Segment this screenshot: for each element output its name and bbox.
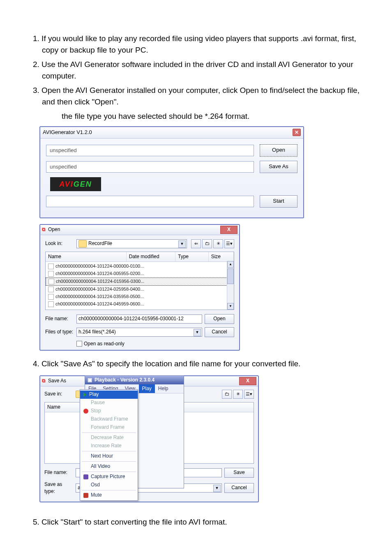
spk-icon <box>83 493 88 498</box>
chevron-down-icon[interactable]: ▼ <box>213 485 221 492</box>
list-item-label: ch00000000000004-101224-000000-0100... <box>55 263 144 270</box>
menu-item-backward-frame: Backward Frame <box>80 415 138 423</box>
open-file-dialog: ⧉ Open X Look in: RecordFile ▼ ⇐ 🗀 ✳ ☰▾ <box>39 224 240 351</box>
open-button-label: Open <box>213 315 225 322</box>
cancel-button-label: Cancel <box>231 484 247 491</box>
blank-icon <box>83 454 88 459</box>
scroll-up-icon[interactable]: ▲ <box>227 261 234 268</box>
start-button-label: Start <box>273 197 284 205</box>
blank-icon <box>83 464 88 469</box>
menu-item-increase-rate: Increase Rate <box>80 442 138 450</box>
avi-gen-logo: AVI GEN <box>50 177 101 191</box>
list-item[interactable]: ch00000000000004-101224-045959-0600... <box>46 301 234 308</box>
logo-avi-text: AVI <box>59 179 74 190</box>
menu-item-label: Increase Rate <box>91 442 122 449</box>
menu-item-mute[interactable]: Mute <box>80 491 138 500</box>
list-item[interactable]: ch00000000000004-101224-000000-0100... <box>46 263 234 270</box>
menu-separator <box>82 461 136 462</box>
list-item-label: ch00000000000004-101224-005955-0200... <box>55 271 144 277</box>
list-item-label: ch00000000000004-101224-015956-0300... <box>56 278 144 285</box>
instruction-3-sub: the file type you have selected should b… <box>25 111 367 122</box>
up-folder-icon[interactable]: 🗀 <box>222 390 232 399</box>
avigenerator-title: AVIGenerator V1.2.0 <box>43 129 92 136</box>
save-button[interactable]: Save <box>224 468 254 478</box>
save-in-label: Save in: <box>44 391 73 398</box>
red-icon <box>83 409 88 414</box>
open-button[interactable]: Open <box>205 314 234 324</box>
instruction-5: 5. Click "Start" to start converting the… <box>33 516 367 528</box>
target-path-field[interactable]: unspecified <box>46 161 254 173</box>
instruction-1: 1. If you would like to play any recorde… <box>25 33 367 56</box>
close-icon[interactable]: ✕ <box>293 129 301 136</box>
menu-item-osd[interactable]: Osd <box>80 481 138 489</box>
menu-item-label: All Video <box>91 463 110 470</box>
look-in-label: Look in: <box>45 240 74 247</box>
blank-icon <box>83 417 88 422</box>
list-item[interactable]: ch00000000000004-101224-005955-0200... <box>46 270 234 278</box>
avigenerator-titlebar: AVIGenerator V1.2.0 ✕ <box>40 127 303 139</box>
cancel-button-label: Cancel <box>212 328 227 335</box>
look-in-value: RecordFile <box>88 240 112 247</box>
new-folder-icon[interactable]: ✳ <box>213 239 223 248</box>
cancel-button[interactable]: Cancel <box>205 327 234 337</box>
avigenerator-window: AVIGenerator V1.2.0 ✕ unspecified Open u… <box>39 126 304 218</box>
scrollbar-thumb[interactable] <box>227 268 234 284</box>
menu-item-capture-picture[interactable]: Capture Picture <box>80 473 138 481</box>
menu-separator <box>82 490 136 490</box>
file-name-input[interactable]: ch00000000000004-101224-015956-030001-12 <box>76 314 202 324</box>
file-list[interactable]: Name Date modified Type Size ch000000000… <box>45 252 234 310</box>
play-icon <box>83 393 87 397</box>
menu-item-label: Play <box>89 391 99 398</box>
readonly-checkbox[interactable] <box>76 341 82 347</box>
scrollbar-vertical[interactable]: ▲ ▼ <box>227 261 234 310</box>
blank-icon <box>83 435 88 440</box>
save-as-button[interactable]: Save As <box>260 161 297 173</box>
open-dialog-titlebar: ⧉ Open X <box>40 225 239 235</box>
new-folder-icon[interactable]: ✳ <box>233 390 243 399</box>
menu-item-label: Osd <box>91 481 100 488</box>
blank-icon <box>83 400 88 405</box>
look-in-combo[interactable]: RecordFile ▼ <box>76 239 187 248</box>
source-path-field[interactable]: unspecified <box>46 145 254 156</box>
menu-item-decrease-rate: Decrease Rate <box>80 434 138 442</box>
menubar-item-help[interactable]: Help <box>155 384 172 393</box>
view-menu-icon[interactable]: ☰▾ <box>244 390 254 399</box>
file-list-column-headers: Name Date modified Type Size <box>46 252 234 262</box>
up-folder-icon[interactable]: 🗀 <box>202 239 212 248</box>
play-menu-dropdown[interactable]: PlayPauseStopBackward FrameForward Frame… <box>80 389 138 501</box>
instruction-2: 2. Use the AVI Generator software includ… <box>25 59 367 81</box>
list-item[interactable]: ch00000000000004-101224-015956-0300... <box>46 278 234 286</box>
close-icon[interactable]: X <box>239 377 256 385</box>
chevron-down-icon[interactable]: ▼ <box>194 329 201 336</box>
col-name[interactable]: Name <box>46 252 127 261</box>
menu-item-label: Stop <box>91 407 101 414</box>
file-type-combo[interactable]: h.264 files(*.264) ▼ <box>76 328 202 337</box>
file-type-label: Files of type: <box>45 328 74 335</box>
instruction-3: 3. Open the AVI Generator installed on y… <box>25 85 367 107</box>
list-item[interactable]: ch00000000000004-101224-025958-0400... <box>46 286 234 293</box>
blank-icon <box>83 444 88 449</box>
open-dialog-app-icon: ⧉ <box>42 226 46 233</box>
menu-item-label: Backward Frame <box>91 416 128 423</box>
view-menu-icon[interactable]: ☰▾ <box>224 239 234 248</box>
menu-item-next-hour[interactable]: Next Hour <box>80 452 138 460</box>
back-icon[interactable]: ⇐ <box>191 239 201 248</box>
col-size[interactable]: Size <box>209 252 234 261</box>
menubar-item-play[interactable]: Play <box>139 384 155 393</box>
readonly-label: Open as read-only <box>84 340 125 347</box>
open-button[interactable]: Open <box>260 144 297 157</box>
menu-item-play[interactable]: Play <box>80 391 138 399</box>
document-icon <box>48 301 54 307</box>
col-type[interactable]: Type <box>175 252 209 261</box>
col-date-modified[interactable]: Date modified <box>127 252 175 261</box>
close-icon[interactable]: X <box>220 226 238 234</box>
list-item-label: ch00000000000004-101224-025958-0400... <box>55 286 144 293</box>
list-item[interactable]: ch00000000000004-101224-035958-0500... <box>46 293 234 301</box>
menu-item-all-video[interactable]: All Video <box>80 462 138 471</box>
cancel-button[interactable]: Cancel <box>224 483 254 493</box>
start-button[interactable]: Start <box>260 195 297 208</box>
list-item-label: ch00000000000004-101224-045959-0600... <box>55 301 144 308</box>
menu-item-stop: Stop <box>80 407 138 415</box>
chevron-down-icon[interactable]: ▼ <box>178 240 186 248</box>
scroll-down-icon[interactable]: ▼ <box>227 303 234 310</box>
